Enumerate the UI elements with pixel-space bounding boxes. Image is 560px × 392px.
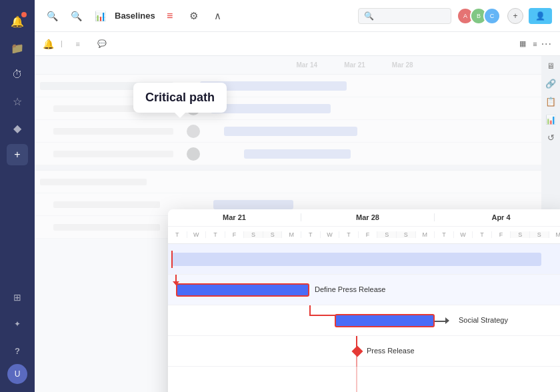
sidebar-icon-clock[interactable]: ⏱ <box>7 64 28 85</box>
grid-icon: ⊞ <box>13 292 21 303</box>
doc-icon[interactable]: 📋 <box>545 97 556 107</box>
view-icon-2[interactable]: ≡ <box>533 40 537 48</box>
notification-badge <box>21 12 27 17</box>
help-icon: ? <box>15 346 20 356</box>
bar-label-social: Social Strategy <box>459 316 508 324</box>
day-M3: M <box>549 231 560 238</box>
plus-icon: + <box>14 149 20 161</box>
gantt-bar-wide[interactable] <box>171 253 541 266</box>
gantt-row-1 <box>168 244 560 275</box>
bar-container-4: Press Release <box>168 336 560 366</box>
vertical-red-line <box>356 367 357 392</box>
baselines-icon: 📊 <box>95 11 106 21</box>
dependency-left-marker <box>171 251 173 268</box>
avatar-3: C <box>483 7 501 25</box>
search-icon: 🔍 <box>364 11 374 21</box>
day-W3: W <box>454 231 473 238</box>
day-M2: M <box>416 231 435 238</box>
sidebar-icon-folder[interactable]: 📁 <box>7 37 28 59</box>
day-S6: S <box>530 231 549 238</box>
gantt-row-5 <box>168 367 560 392</box>
add-member-button[interactable]: + <box>507 8 523 24</box>
day-T6: T <box>473 231 492 238</box>
day-S4: S <box>397 231 416 238</box>
milestone-diamond <box>352 346 363 357</box>
day-T1: T <box>168 231 187 238</box>
sparkle-icon: ✦ <box>14 319 21 329</box>
more-options-button[interactable]: ··· <box>541 38 552 50</box>
refresh-icon[interactable]: ↺ <box>547 133 555 143</box>
diamond-icon: ◆ <box>13 122 21 135</box>
bar-right-arrow <box>445 317 449 324</box>
folder-icon: 📁 <box>11 42 24 55</box>
zoom-in-button[interactable]: 🔍 <box>67 7 85 25</box>
day-S3: S <box>377 231 397 238</box>
day-T2: T <box>206 231 225 238</box>
date-groups-row: Mar 21 Mar 28 Apr 4 <box>168 209 560 227</box>
collapse-button[interactable]: ∧ <box>209 7 227 25</box>
invite-button[interactable]: 👤 <box>529 8 552 24</box>
bell-sub-icon: 🔔 <box>43 39 54 49</box>
zoom-out-icon: 🔍 <box>47 11 58 21</box>
sidebar-icon-plus[interactable]: + <box>7 144 28 165</box>
baselines-label[interactable]: Baselines <box>115 11 155 21</box>
day-F1: F <box>225 231 245 238</box>
tab-comments[interactable]: 💬 <box>91 37 113 51</box>
view-icon-1[interactable]: ▦ <box>519 39 526 48</box>
gear-icon: ⚙ <box>189 10 198 22</box>
invite-icon: 👤 <box>535 11 545 21</box>
main-area: Mar 14Mar 21Mar 28 <box>35 56 560 392</box>
sidebar-icon-bell[interactable]: 🔔 <box>7 11 28 32</box>
day-T5: T <box>435 231 454 238</box>
day-S2: S <box>263 231 283 238</box>
day-S5: S <box>511 231 530 238</box>
sidebar-icon-sparkle[interactable]: ✦ <box>7 313 28 335</box>
sidebar-icon-diamond[interactable]: ◆ <box>7 117 28 139</box>
chart-icon[interactable]: 📊 <box>545 115 556 125</box>
day-W2: W <box>321 231 340 238</box>
day-T3: T <box>301 231 321 238</box>
sidebar-icon-star[interactable]: ☆ <box>7 91 28 112</box>
search-box[interactable]: 🔍 <box>358 8 451 24</box>
chevron-up-icon: ∧ <box>214 10 221 22</box>
link-icon[interactable]: 🔗 <box>545 79 556 89</box>
critical-path-icon: ≡ <box>167 10 173 22</box>
day-F2: F <box>359 231 378 238</box>
baselines-icon-button[interactable]: 📊 <box>91 7 109 25</box>
tab-list[interactable]: ≡ <box>69 37 87 51</box>
clock-icon: ⏱ <box>12 69 23 81</box>
sidebar-icon-grid[interactable]: ⊞ <box>7 287 28 308</box>
bar-label-press-release: Press Release <box>367 347 415 355</box>
search-input[interactable] <box>377 11 445 21</box>
gantt-card: Mar 21 Mar 28 Apr 4 T W T F S S M T <box>168 209 560 392</box>
day-T4: T <box>339 231 359 238</box>
gantt-row-2: Define Press Release <box>168 275 560 305</box>
bar-container-5 <box>168 367 560 392</box>
bar-container-3: Social Strategy <box>168 305 560 335</box>
card-date-header: Mar 21 Mar 28 Apr 4 T W T F S S M T <box>168 209 560 244</box>
bar-label-define: Define Press Release <box>315 285 385 293</box>
monitor-icon[interactable]: 🖥 <box>547 61 555 71</box>
date-group-apr4: Apr 4 <box>435 213 560 221</box>
gantt-bar-define-press-release[interactable] <box>176 283 309 297</box>
day-S1: S <box>244 231 263 238</box>
star-icon: ☆ <box>13 95 22 108</box>
user-avatar[interactable]: U <box>7 364 27 384</box>
zoom-out-button[interactable]: 🔍 <box>43 7 61 25</box>
sidebar-icon-help[interactable]: ? <box>7 340 28 361</box>
bar-right-connector <box>435 321 445 322</box>
dep-arrow-head <box>173 281 179 285</box>
critical-path-button[interactable]: ≡ <box>161 7 179 25</box>
milestone-line-below <box>356 356 357 367</box>
zoom-in-icon: 🔍 <box>71 11 82 21</box>
bar-container-2: Define Press Release <box>168 275 560 305</box>
date-group-mar28: Mar 28 <box>301 213 435 221</box>
critical-path-title: Critical path <box>145 91 215 104</box>
bar-container-1 <box>168 244 560 274</box>
gantt-row-4: Press Release <box>168 336 560 367</box>
settings-button[interactable]: ⚙ <box>185 7 203 25</box>
gantt-bar-social-strategy[interactable] <box>335 314 435 327</box>
day-M1: M <box>282 231 301 238</box>
avatar-group: A B C <box>457 7 501 25</box>
day-labels-row: T W T F S S M T W T F S S M T W T F S <box>168 227 560 243</box>
